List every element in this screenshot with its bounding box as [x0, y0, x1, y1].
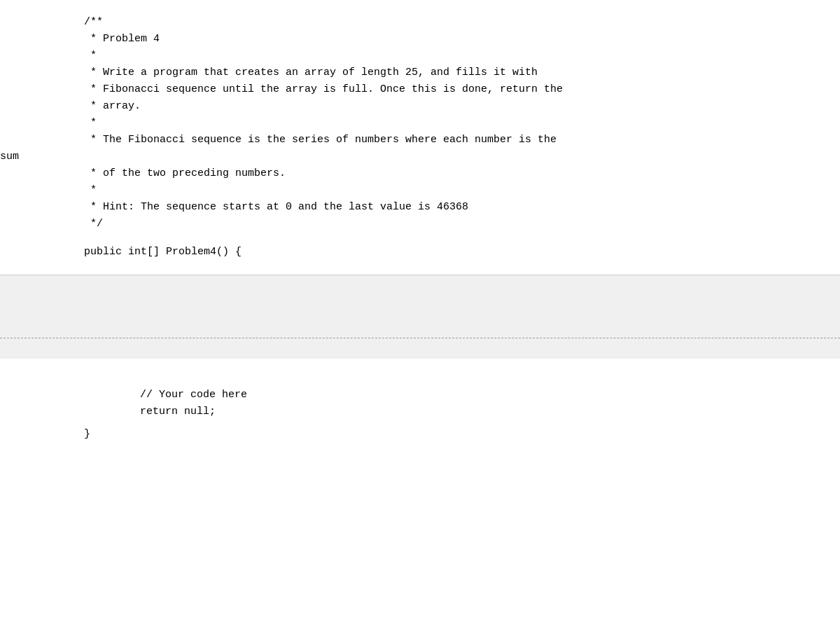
comment-line-4: * Write a program that creates an array …	[0, 64, 840, 81]
method-signature-line: public int[] Problem4() {	[0, 244, 840, 261]
dashed-divider-row	[0, 317, 840, 359]
comment-text-11: */	[84, 216, 103, 233]
comment-line-10: * Hint: The sequence starts at 0 and the…	[0, 199, 840, 216]
page-container: /** * Problem 4 * * Write a program that…	[0, 0, 840, 620]
comment-text-9: *	[84, 182, 97, 199]
comment-text-8cont: * of the two preceding numbers.	[84, 165, 286, 182]
comment-line-3: *	[0, 48, 840, 64]
comment-text-3: *	[84, 48, 97, 64]
sum-continuation-line: sum	[0, 149, 840, 165]
comment-line-7: *	[0, 115, 840, 132]
divider-top	[0, 275, 840, 317]
spacer-1	[0, 233, 840, 244]
comment-text-4: * Write a program that creates an array …	[84, 64, 538, 81]
comment-line-1: /**	[0, 14, 840, 31]
body-comment-text: // Your code here	[140, 387, 247, 404]
comment-line-6: * array.	[0, 98, 840, 115]
spacer-2	[0, 420, 840, 426]
body-return-text: return null;	[140, 404, 216, 420]
sum-line: * The Fibonacci sequence is the series o…	[0, 132, 840, 149]
comment-text-10: * Hint: The sequence starts at 0 and the…	[84, 199, 468, 216]
comment-line-9: *	[0, 182, 840, 199]
comment-text-6: * array.	[84, 98, 141, 115]
comment-text-2: * Problem 4	[84, 31, 160, 48]
comment-text-5: * Fibonacci sequence until the array is …	[84, 81, 563, 98]
code-section-bottom: // Your code here return null; }	[0, 359, 840, 620]
comment-text-7: *	[84, 115, 97, 132]
closing-brace-line: }	[0, 426, 840, 443]
body-comment-line: // Your code here	[0, 387, 840, 404]
code-section-top: /** * Problem 4 * * Write a program that…	[0, 0, 840, 275]
comment-line-2: * Problem 4	[0, 31, 840, 48]
dashed-divider-line	[0, 338, 840, 338]
body-return-line: return null;	[0, 404, 840, 420]
comment-text-1: /**	[84, 14, 103, 31]
comment-line-11: */	[0, 216, 840, 233]
method-signature-text: public int[] Problem4() {	[84, 244, 241, 261]
comment-line-5: * Fibonacci sequence until the array is …	[0, 81, 840, 98]
closing-brace-text: }	[84, 426, 90, 443]
comment-line-8cont: * of the two preceding numbers.	[0, 165, 840, 182]
